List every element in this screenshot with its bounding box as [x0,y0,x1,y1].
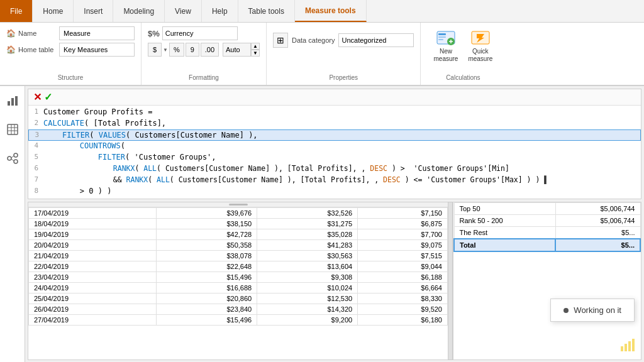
line-content-5: FILTER( 'Customer Groups', [43,153,216,163]
line-content-2: CALCULATE( [Total Profits], [43,119,166,129]
val1-cell: $39,676 [157,208,257,219]
home-table-text: Home table [18,46,53,53]
total-row: Total $5... [454,239,640,251]
table-row: 22/04/2019$22,648$13,604$9,044 [29,261,448,272]
right-table-row: The Rest $5... [454,227,640,239]
line-content-6: RANKX( ALL( Customers[Customer Name] ), … [43,164,509,174]
data-category-row: ⊞ Data category Uncategorized [273,33,414,48]
properties-label: Properties [273,74,414,81]
right-data-table[interactable]: Top 50 $5,006,744 Rank 50 - 200 $5,006,7… [453,202,641,360]
data-category-select[interactable]: Uncategorized [338,33,414,47]
val3-cell: $7,150 [358,208,448,219]
percent-btn[interactable]: % [169,43,184,57]
tab-view[interactable]: View [165,0,202,22]
left-data-table[interactable]: 17/04/2019 $39,676 $32,526 $7,150 18/04/… [28,202,448,360]
currency-row: $% Currency [148,26,260,40]
tab-file[interactable]: File [0,0,33,22]
tab-insert[interactable]: Insert [74,0,113,22]
svg-rect-1 [438,33,446,35]
currency-select[interactable]: Currency [162,26,238,40]
format-buttons-row: $ ▼ % 9 .00 Auto ▲ ▼ [148,43,260,57]
sidebar [0,86,25,362]
home-table-label: 🏠 Home table [6,45,57,54]
spinner-down[interactable]: ▼ [251,50,260,57]
svg-rect-11 [8,124,18,134]
table-row: 25/04/2019$20,860$12,530$8,330 [29,293,448,304]
table-icon[interactable] [3,120,22,139]
line-num-7: 7 [28,175,43,185]
name-label: 🏠 Name [6,29,57,38]
table-row: 18/04/2019$38,150$31,275$6,875 [29,219,448,229]
working-tooltip-text: Working on it [574,305,621,315]
spinner-up[interactable]: ▲ [251,43,260,50]
svg-rect-23 [628,341,631,351]
svg-line-19 [11,156,14,158]
formula-editor: ✕ ✓ 1 Customer Group Profits = 2 CALCULA… [28,89,641,199]
tooltip-dot [564,308,569,313]
bar-chart-icon[interactable] [3,91,22,110]
tab-table-tools[interactable]: Table tools [238,0,295,22]
tab-measure-tools[interactable]: Measure tools [295,0,367,22]
quick-measure-button[interactable]: Quickmeasure [465,26,495,65]
table-row: 17/04/2019 $39,676 $32,526 $7,150 [29,208,448,219]
tab-home[interactable]: Home [33,0,74,22]
line-num-6: 6 [28,164,43,174]
right-table-row: Rank 50 - 200 $5,006,744 [454,215,640,227]
name-row: 🏠 Name [6,26,135,40]
data-table: 17/04/2019 $39,676 $32,526 $7,150 18/04/… [28,207,448,326]
line-num-3: 3 [29,131,44,140]
line-num-5: 5 [28,153,43,163]
name-input[interactable] [59,26,135,40]
main-content: ✕ ✓ 1 Customer Group Profits = 2 CALCULA… [0,86,644,362]
svg-rect-10 [15,96,18,106]
auto-value: Auto [223,43,251,57]
home-table-icon: 🏠 [6,45,16,54]
confirm-formula-button[interactable]: ✓ [44,91,52,103]
column-divider[interactable] [448,202,453,360]
model-icon[interactable] [3,149,22,168]
table-row: 23/04/2019$15,496$9,308$6,188 [29,272,448,283]
new-measure-icon [436,29,456,47]
working-tooltip: Working on it [550,299,635,322]
spinner-controls: ▲ ▼ [251,43,260,57]
formatting-label: Formatting [148,74,260,81]
rank-value: $5,006,744 [555,203,640,215]
calculations-buttons: Newmeasure Quickmeasure [431,26,495,65]
code-line-7: 7 && RANKX( ALL( Customers[Customer Name… [28,175,641,186]
svg-point-16 [8,156,11,160]
down-arrow-icon: ▼ [163,47,168,53]
home-table-select[interactable]: Key Measures [59,43,135,57]
calculations-label: Calculations [446,74,480,81]
svg-rect-3 [438,39,443,40]
rank-label: Top 50 [454,203,555,215]
currency-dollar-icon: $% [148,29,160,38]
decimal-btn[interactable]: .00 [201,43,219,57]
table-row: 27/04/2019$15,496$9,200$6,180 [29,315,448,326]
dollar-btn[interactable]: $ [148,43,162,57]
right-table: Top 50 $5,006,744 Rank 50 - 200 $5,006,7… [453,202,641,252]
tab-help[interactable]: Help [202,0,238,22]
table-row: 21/04/2019$38,078$30,563$7,515 [29,251,448,261]
new-measure-button[interactable]: Newmeasure [431,26,460,65]
cancel-formula-button[interactable]: ✕ [33,91,42,103]
tab-modeling[interactable]: Modeling [113,0,165,22]
table-row: 26/04/2019$23,840$14,320$9,520 [29,304,448,315]
line-content-7: && RANKX( ALL( Customers[Customer Name] … [43,175,548,185]
line-content-3: FILTER( VALUES( Customers[Customer Name]… [44,131,258,140]
svg-rect-8 [8,101,10,106]
home-icon: 🏠 [6,29,16,38]
line-num-8: 8 [28,187,43,197]
quick-measure-label: Quickmeasure [468,48,492,63]
svg-rect-24 [632,339,635,351]
comma-btn[interactable]: 9 [186,43,199,57]
auto-spinner: Auto ▲ ▼ [223,43,260,57]
svg-rect-2 [438,36,446,38]
name-text: Name [18,30,36,37]
svg-point-18 [14,160,18,163]
val2-cell: $32,526 [257,208,358,219]
svg-rect-21 [621,346,623,351]
code-line-3: 3 FILTER( VALUES( Customers[Customer Nam… [28,129,641,141]
code-area[interactable]: 1 Customer Group Profits = 2 CALCULATE( … [28,106,641,199]
data-category-icon: ⊞ [273,33,288,48]
new-measure-label: Newmeasure [433,48,458,63]
